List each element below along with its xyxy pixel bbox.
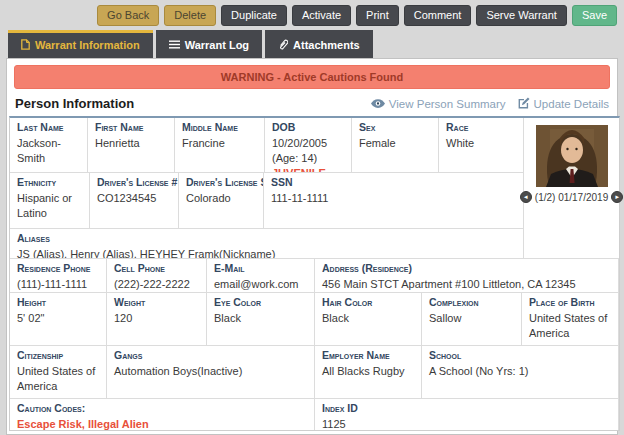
table-row: Ethnicity Hispanic or Latino Driver's Li…	[10, 173, 524, 229]
go-back-button[interactable]: Go Back	[97, 5, 159, 26]
field-last-name: Last Name Jackson-Smith	[10, 118, 88, 173]
field-gangs: Gangs Automation Boys(Inactive)	[107, 346, 315, 399]
list-icon	[169, 40, 180, 49]
warning-banner: WARNING - Active Cautions Found	[14, 65, 610, 89]
photo-navigation: ◄ (1/2) 01/17/2019 ►	[520, 191, 623, 203]
comment-button[interactable]: Comment	[404, 5, 472, 26]
print-button[interactable]: Print	[356, 5, 399, 26]
field-employer-name: Employer Name All Blacks Rugby	[315, 346, 422, 399]
eye-icon	[371, 98, 385, 110]
field-ssn: SSN 111-11-1111	[264, 173, 524, 229]
caution-codes-value: Escape Risk, Illegal Alien	[17, 417, 310, 430]
tab-attachments[interactable]: Attachments	[265, 30, 373, 58]
paperclip-icon	[278, 39, 288, 50]
link-label: View Person Summary	[389, 98, 506, 110]
update-details-link[interactable]: Update Details	[518, 97, 609, 111]
field-caution-codes: Caution Codes: Escape Risk, Illegal Alie…	[10, 399, 315, 430]
warrant-page: Go Back Delete Duplicate Activate Print …	[0, 0, 624, 435]
tab-label: Warrant Information	[35, 39, 140, 51]
delete-button[interactable]: Delete	[164, 5, 216, 26]
table-row: Residence Phone (111)-111-1111 Cell Phon…	[10, 259, 619, 293]
tab-label: Attachments	[293, 39, 360, 51]
document-icon	[21, 39, 30, 50]
table-row: Last Name Jackson-Smith First Name Henri…	[10, 118, 524, 173]
page-title: Person Information	[15, 96, 134, 111]
photo-cell: ◄ (1/2) 01/17/2019 ►	[524, 118, 619, 259]
field-first-name: First Name Henrietta	[88, 118, 175, 173]
field-index-id: Index ID 1125	[315, 399, 619, 430]
field-residence-phone: Residence Phone (111)-111-1111	[10, 259, 107, 293]
content-panel: WARNING - Active Cautions Found Person I…	[6, 58, 618, 435]
duplicate-button[interactable]: Duplicate	[221, 5, 287, 26]
section-header: Person Information View Person Summary U…	[7, 89, 617, 116]
section-links: View Person Summary Update Details	[371, 97, 609, 111]
table-row: Caution Codes: Escape Risk, Illegal Alie…	[10, 399, 619, 430]
field-complexion: Complexion Sallow	[422, 293, 522, 346]
field-eye-color: Eye Color Black	[207, 293, 315, 346]
photo-prev-button[interactable]: ◄	[520, 191, 532, 203]
field-ethnicity: Ethnicity Hispanic or Latino	[10, 173, 90, 229]
table-row: Aliases JS (Alias), Henry (Alias), HEYHE…	[10, 229, 524, 259]
person-table: Last Name Jackson-Smith First Name Henri…	[9, 116, 620, 431]
tab-bar: Warrant Information Warrant Log Attachme…	[0, 30, 624, 58]
tab-warrant-information[interactable]: Warrant Information	[8, 30, 153, 58]
field-address-residence: Address (Residence) 456 Main STCT Apartm…	[315, 259, 619, 293]
field-place-of-birth: Place of Birth United States of America	[522, 293, 619, 346]
save-button[interactable]: Save	[572, 5, 617, 26]
field-school: School A School (No Yrs: 1)	[422, 346, 619, 399]
field-drivers-license-state: Driver's License State Colorado	[179, 173, 264, 229]
photo-next-button[interactable]: ►	[611, 191, 623, 203]
serve-warrant-button[interactable]: Serve Warrant	[476, 5, 567, 26]
tab-label: Warrant Log	[185, 39, 249, 51]
field-race: Race White	[439, 118, 524, 173]
person-photo	[536, 125, 608, 187]
field-drivers-license-number: Driver's License # CO1234545	[90, 173, 179, 229]
table-row: Citizenship United States of America Gan…	[10, 346, 619, 399]
link-label: Update Details	[534, 98, 609, 110]
field-aliases: Aliases JS (Alias), Henry (Alias), HEYHE…	[10, 229, 524, 259]
field-sex: Sex Female	[352, 118, 439, 173]
activate-button[interactable]: Activate	[292, 5, 351, 26]
field-weight: Weight 120	[107, 293, 207, 346]
edit-icon	[518, 97, 530, 111]
field-cell-phone: Cell Phone (222)-222-2222	[107, 259, 207, 293]
field-email: E-Mail email@work.com	[207, 259, 315, 293]
field-middle-name: Middle Name Francine	[175, 118, 265, 173]
table-row: Height 5' 02" Weight 120 Eye Color Black…	[10, 293, 619, 346]
field-height: Height 5' 02"	[10, 293, 107, 346]
field-hair-color: Hair Color Black	[315, 293, 422, 346]
field-dob: DOB 10/20/2005 (Age: 14) JUVENILE	[265, 118, 352, 173]
field-citizenship: Citizenship United States of America	[10, 346, 107, 399]
photo-counter: (1/2) 01/17/2019	[535, 192, 608, 203]
view-person-summary-link[interactable]: View Person Summary	[371, 98, 506, 110]
toolbar: Go Back Delete Duplicate Activate Print …	[0, 0, 624, 30]
tab-warrant-log[interactable]: Warrant Log	[156, 30, 262, 58]
